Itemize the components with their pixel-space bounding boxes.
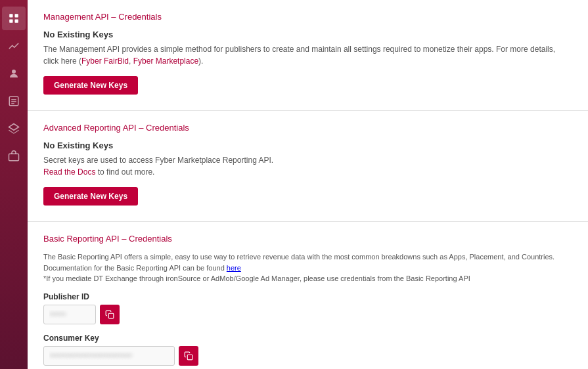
advanced-api-section: Advanced Reporting API – Credentials No … [28,111,588,222]
main-content: Management API – Credentials No Existing… [28,0,588,369]
sidebar-icon-layers[interactable] [2,117,26,141]
publisher-id-label: Publisher ID [43,292,572,301]
svg-point-4 [12,70,16,74]
here-link[interactable]: here [227,264,241,272]
management-api-desc: The Management API provides a simple met… [43,43,572,67]
consumer-key-row [43,346,572,366]
consumer-key-copy-button[interactable] [179,346,198,366]
svg-rect-2 [9,20,12,23]
advanced-generate-button[interactable]: Generate New Keys [43,187,138,206]
sidebar-icon-dashboard[interactable] [2,7,26,30]
sidebar [0,0,28,369]
consumer-key-input[interactable] [43,346,175,366]
management-api-section: Management API – Credentials No Existing… [28,0,588,111]
svg-rect-12 [187,355,192,360]
sidebar-icon-analytics[interactable] [2,34,26,58]
svg-rect-0 [9,14,12,17]
svg-rect-1 [15,14,18,17]
basic-api-desc: The Basic Reporting API offers a simple,… [43,251,572,284]
read-docs-link[interactable]: Read the Docs [43,167,95,177]
publisher-id-row [43,305,572,324]
advanced-no-keys-title: No Existing Keys [43,141,572,150]
sidebar-icon-user[interactable] [2,62,26,85]
publisher-id-input[interactable] [43,305,96,324]
publisher-id-group: Publisher ID [43,292,572,324]
advanced-api-desc: Secret keys are used to access Fyber Mar… [43,154,572,178]
svg-marker-9 [9,124,19,131]
sidebar-icon-reports[interactable] [2,89,26,113]
svg-rect-3 [15,20,18,23]
advanced-api-title: Advanced Reporting API – Credentials [43,123,572,133]
management-generate-button[interactable]: Generate New Keys [43,76,138,95]
svg-rect-5 [9,97,18,106]
basic-api-title: Basic Reporting API – Credentials [43,234,572,244]
basic-api-section: Basic Reporting API – Credentials The Ba… [28,222,588,369]
consumer-key-label: Consumer Key [43,334,572,343]
consumer-key-group: Consumer Key [43,334,572,366]
fairbid-link[interactable]: Fyber FairBid [81,56,129,66]
management-api-title: Management API – Credentials [43,12,572,22]
marketplace-link[interactable]: Fyber Marketplace [133,56,198,66]
management-no-keys-title: No Existing Keys [43,30,572,39]
svg-rect-11 [108,313,114,318]
sidebar-icon-api[interactable] [2,144,26,168]
svg-rect-10 [9,154,19,161]
publisher-id-copy-button[interactable] [100,305,120,324]
